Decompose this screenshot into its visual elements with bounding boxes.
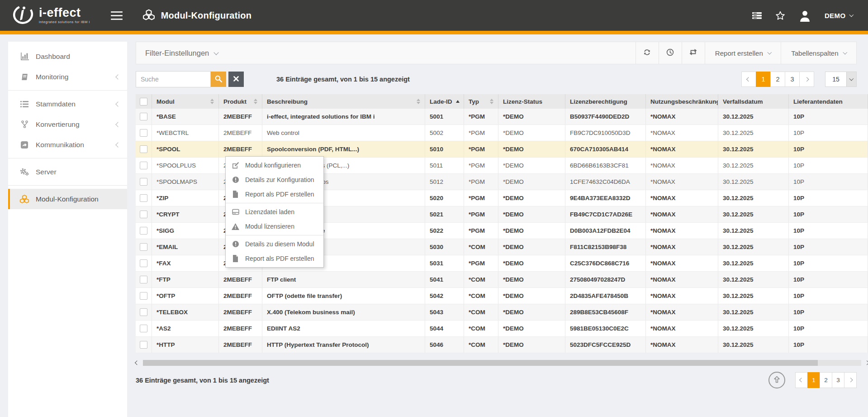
- row-checkbox[interactable]: [140, 129, 147, 137]
- columns-dropdown[interactable]: Tabellenspalten: [781, 42, 856, 64]
- cell-license-key: 670CA710305AB414: [565, 141, 646, 157]
- page-button-2[interactable]: 2: [770, 72, 785, 87]
- column-header-beschreibung[interactable]: Beschreibung: [262, 94, 425, 109]
- column-header-modul[interactable]: Modul: [152, 94, 219, 109]
- user-avatar-icon[interactable]: [799, 10, 811, 22]
- table-row[interactable]: *OFTP2MEBEFFOFTP (odette file transfer)5…: [136, 288, 868, 304]
- cell-product: 2MEBEFF: [219, 304, 262, 320]
- sidebar-item-server[interactable]: Server: [8, 162, 127, 182]
- cell-expiry: 30.12.2025: [718, 337, 789, 353]
- sort-asc-icon[interactable]: [456, 100, 460, 103]
- user-menu[interactable]: DEMO: [825, 12, 853, 19]
- scroll-left-icon[interactable]: [135, 360, 139, 364]
- sidebar-item-dashboard[interactable]: Dashboard: [8, 46, 127, 67]
- table-row[interactable]: *FTP2MEBEFFFTP client5041*COM*DEMO275080…: [136, 272, 868, 288]
- scrollbar-track[interactable]: [143, 360, 861, 366]
- column-header-lieferantendaten[interactable]: Lieferantendaten: [789, 94, 868, 109]
- chevron-down-icon: [767, 50, 771, 54]
- page-size-select[interactable]: 15: [825, 72, 857, 87]
- cell-module: *SIGG: [152, 223, 219, 239]
- table-toolbar: Report erstellenTabellenspalten: [636, 42, 856, 64]
- row-checkbox[interactable]: [140, 308, 147, 316]
- context-menu-item-report-als-pdf-erstellen[interactable]: Report als PDF erstellen: [226, 187, 323, 201]
- column-header-lizenz-status[interactable]: Lizenz-Status: [498, 94, 565, 109]
- page-button-1[interactable]: 1: [756, 72, 771, 87]
- row-checkbox[interactable]: [140, 292, 147, 300]
- page-button-1[interactable]: 1: [807, 372, 820, 388]
- previous-page-button[interactable]: [741, 72, 756, 87]
- context-menu-item-lizenzdatei-laden[interactable]: Lizenzdatei laden: [226, 205, 323, 219]
- previous-page-button[interactable]: [795, 372, 808, 388]
- sidebar-item-konvertierung[interactable]: Konvertierung: [8, 114, 127, 134]
- cell-expiry: 30.12.2025: [718, 321, 789, 336]
- row-checkbox[interactable]: [140, 227, 147, 235]
- table-row[interactable]: *WEBCTRL2MEBEFFWeb control5002*PGM*DEMOF…: [136, 125, 868, 141]
- row-checkbox[interactable]: [140, 145, 147, 153]
- page-button-3[interactable]: 3: [785, 72, 800, 87]
- select-all-header-cell[interactable]: [136, 94, 152, 109]
- sidebar-item-monitoring[interactable]: Monitoring: [8, 67, 127, 87]
- table-row[interactable]: *TELEBOX2MEBEFFX.400 (Telekom business m…: [136, 304, 868, 321]
- column-header-verfallsdatum[interactable]: Verfallsdatum: [718, 94, 789, 109]
- table-row[interactable]: *AS22MEBEFFEDIINT AS25044*COM*DEMO5981BE…: [136, 321, 868, 337]
- report-dropdown[interactable]: Report erstellen: [705, 42, 781, 64]
- cell-type: *COM: [464, 337, 498, 353]
- top-header-bar: i-effect integrated solutions for IBM i …: [0, 0, 868, 31]
- next-page-button[interactable]: [844, 372, 857, 388]
- app-logo[interactable]: i-effect integrated solutions for IBM i: [12, 4, 90, 27]
- page-button-3[interactable]: 3: [832, 372, 844, 388]
- search-input[interactable]: [136, 71, 211, 87]
- table-row[interactable]: *SPOOL2MEBEFFSpoolconversion (PDF, HTML.…: [136, 141, 868, 158]
- session-list-icon[interactable]: [752, 12, 762, 19]
- table-row[interactable]: *BASE2MEBEFFi-effect, integrated solutio…: [136, 109, 868, 125]
- scrollbar-thumb[interactable]: [143, 360, 818, 366]
- context-menu-item-report-als-pdf-erstellen[interactable]: Report als PDF erstellen: [226, 251, 323, 266]
- transfer-button[interactable]: [682, 42, 705, 64]
- sidebar-item-stammdaten[interactable]: Stammdaten: [8, 94, 127, 114]
- cell-license-key: FB49C7CD1C7AD26E: [565, 206, 646, 222]
- i-effect-logo-icon: [12, 4, 34, 27]
- search-button[interactable]: [211, 72, 226, 87]
- sort-icon[interactable]: [210, 99, 214, 104]
- row-checkbox[interactable]: [140, 325, 147, 332]
- column-header-produkt[interactable]: Produkt: [219, 94, 262, 109]
- row-checkbox[interactable]: [140, 341, 147, 349]
- scroll-to-top-button[interactable]: [768, 372, 785, 388]
- horizontal-scrollbar[interactable]: [136, 359, 868, 366]
- menu-toggle-button[interactable]: [111, 11, 123, 20]
- row-checkbox[interactable]: [140, 194, 147, 202]
- row-checkbox[interactable]: [140, 178, 147, 186]
- sidebar-item-modul-konfiguration[interactable]: Modul-Konfiguration: [8, 189, 127, 209]
- refresh-button[interactable]: [636, 42, 659, 64]
- column-header-typ[interactable]: Typ: [464, 94, 498, 109]
- context-menu-item-modul-lizensieren[interactable]: Modul lizensieren: [226, 219, 323, 234]
- next-page-button[interactable]: [799, 72, 814, 87]
- column-header-lizenzberechtigung[interactable]: Lizenzberechtigung: [565, 94, 646, 109]
- row-checkbox[interactable]: [140, 243, 147, 251]
- cell-load-id: 5020: [425, 190, 464, 206]
- cell-license-status: *DEMO: [498, 174, 565, 190]
- row-checkbox[interactable]: [140, 259, 147, 267]
- favorites-star-icon[interactable]: [775, 11, 785, 20]
- cell-usage-limit: *NOMAX: [646, 141, 718, 157]
- row-checkbox[interactable]: [140, 211, 147, 218]
- sort-icon[interactable]: [254, 99, 257, 104]
- page-button-2[interactable]: 2: [820, 372, 832, 388]
- clear-search-button[interactable]: [228, 72, 244, 87]
- row-checkbox[interactable]: [140, 162, 147, 169]
- column-header-lade-id[interactable]: Lade-ID: [425, 94, 464, 109]
- history-button[interactable]: [659, 42, 682, 64]
- sort-icon[interactable]: [490, 99, 493, 104]
- context-menu-item-details-zu-diesem-modul[interactable]: Details zu diesem Modul: [226, 237, 323, 251]
- sidebar-item-kommunikation[interactable]: Kommunikation: [8, 134, 127, 155]
- sort-icon[interactable]: [417, 99, 420, 104]
- context-menu-item-modul-konfigurieren[interactable]: Modul konfigurieren: [226, 158, 323, 173]
- table-row[interactable]: *HTTP2MEBEFFHTTP (Hypertext Transfer Pro…: [136, 337, 868, 353]
- column-header-nutzungsbeschr-nkung[interactable]: Nutzungsbeschränkung: [646, 94, 718, 109]
- filter-settings-dropdown[interactable]: Filter-Einstellungen: [136, 42, 636, 64]
- row-checkbox[interactable]: [140, 276, 147, 283]
- select-all-checkbox[interactable]: [140, 98, 147, 105]
- row-checkbox[interactable]: [140, 113, 147, 120]
- context-menu-item-details-zur-konfiguration[interactable]: Details zur Konfiguration: [226, 173, 323, 187]
- scroll-right-icon[interactable]: [864, 360, 868, 364]
